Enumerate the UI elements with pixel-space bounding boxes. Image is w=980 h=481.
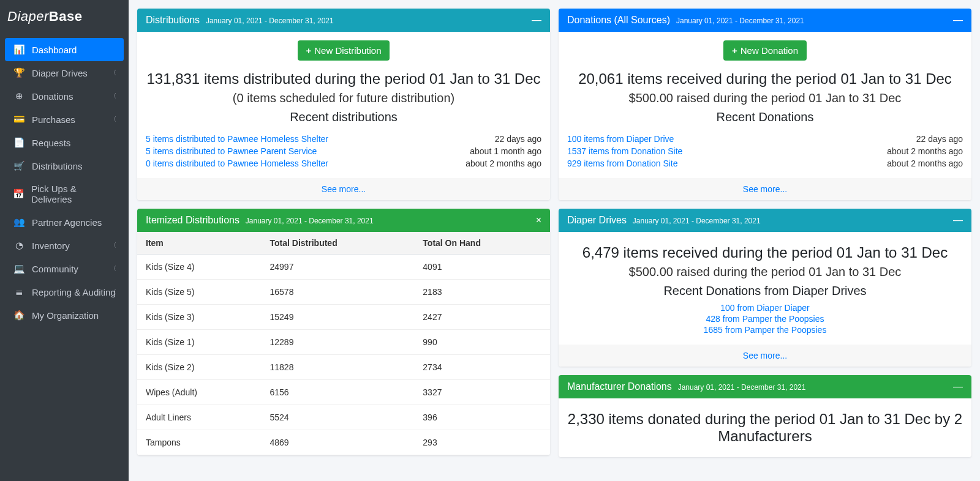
- table-row: Wipes (Adult)61563327: [137, 380, 550, 405]
- donations-recent-title: Recent Donations: [567, 110, 963, 124]
- distributions-recent-title: Recent distributions: [146, 110, 541, 124]
- nav-menu: 📊 Dashboard 🏆 Diaper Drives 〈 ⊕ Donation…: [0, 33, 129, 332]
- sidebar-item-requests[interactable]: 📄 Requests: [5, 131, 124, 154]
- chevron-left-icon: 〈: [110, 92, 116, 100]
- new-distribution-button[interactable]: + New Distribution: [298, 40, 390, 61]
- table-header: Item: [137, 232, 262, 255]
- recent-time: about 2 months ago: [887, 158, 963, 168]
- collapse-icon[interactable]: —: [532, 15, 541, 26]
- sidebar-item-purchases[interactable]: 💳 Purchases 〈: [5, 108, 124, 131]
- sidebar: DiaperBase 📊 Dashboard 🏆 Diaper Drives 〈…: [0, 0, 129, 481]
- sidebar-item-label: Diaper Drives: [32, 68, 88, 78]
- drive-donation-link[interactable]: 1685 from Pamper the Poopsies: [567, 325, 963, 335]
- sidebar-item-donations[interactable]: ⊕ Donations 〈: [5, 84, 124, 108]
- donations-see-more[interactable]: See more...: [743, 184, 787, 194]
- sidebar-item-pick-ups-deliveries[interactable]: 📅 Pick Ups & Deliveries: [5, 177, 124, 211]
- brand-logo: DiaperBase: [0, 0, 129, 33]
- recent-time: about 2 months ago: [887, 146, 963, 156]
- donations-header: Donations (All Sources) January 01, 2021…: [559, 9, 971, 32]
- sidebar-item-label: My Organization: [32, 310, 99, 321]
- table-row: Kids (Size 5)165782183: [137, 280, 550, 305]
- recent-link[interactable]: 100 items from Diaper Drive: [567, 134, 674, 144]
- itemized-card: Itemized Distributions January 01, 2021 …: [137, 209, 550, 455]
- sidebar-item-reporting-auditing[interactable]: ≣ Reporting & Auditing 〈: [5, 280, 124, 304]
- sidebar-item-community[interactable]: 💻 Community 〈: [5, 257, 124, 280]
- itemized-daterange: January 01, 2021 - December 31, 2021: [246, 217, 374, 225]
- table-row: Kids (Size 4)249974091: [137, 255, 550, 280]
- sidebar-item-label: Dashboard: [32, 45, 77, 55]
- distributions-headline: 131,831 items distributed during the per…: [146, 70, 541, 88]
- distributions-see-more[interactable]: See more...: [322, 184, 366, 194]
- distributions-sub: (0 items scheduled for future distributi…: [146, 91, 541, 105]
- pick-ups-deliveries-icon: 📅: [12, 188, 25, 199]
- sidebar-item-label: Purchases: [32, 114, 75, 125]
- manufacturer-header: Manufacturer Donations January 01, 2021 …: [559, 375, 971, 398]
- purchases-icon: 💳: [12, 114, 26, 125]
- new-donation-button[interactable]: + New Donation: [723, 40, 807, 61]
- recent-time: 22 days ago: [495, 134, 541, 144]
- table-header: Total On Hand: [414, 232, 550, 255]
- recent-link[interactable]: 0 items distributed to Pawnee Homeless S…: [146, 158, 328, 168]
- itemized-header: Itemized Distributions January 01, 2021 …: [137, 209, 550, 232]
- my-organization-icon: 🏠: [12, 310, 26, 321]
- distributions-daterange: January 01, 2021 - December 31, 2021: [206, 17, 334, 25]
- recent-link[interactable]: 5 items distributed to Pawnee Parent Ser…: [146, 146, 317, 156]
- manufacturer-card: Manufacturer Donations January 01, 2021 …: [559, 375, 971, 457]
- recent-time: about 1 month ago: [470, 146, 541, 156]
- recent-link[interactable]: 5 items distributed to Pawnee Homeless S…: [146, 134, 328, 144]
- community-icon: 💻: [12, 263, 26, 274]
- dashboard-icon: 📊: [12, 44, 26, 55]
- chevron-left-icon: 〈: [110, 288, 116, 296]
- chevron-left-icon: 〈: [110, 69, 116, 77]
- sidebar-item-label: Requests: [32, 138, 70, 148]
- distributions-icon: 🛒: [12, 160, 26, 171]
- recent-time: about 2 months ago: [466, 158, 541, 168]
- sidebar-item-label: Reporting & Auditing: [32, 287, 116, 297]
- recent-link[interactable]: 1537 items from Donation Site: [567, 146, 682, 156]
- drives-sub: $500.00 raised during the period 01 Jan …: [567, 265, 963, 279]
- close-icon[interactable]: ×: [536, 215, 541, 226]
- table-row: Kids (Size 3)152492427: [137, 305, 550, 330]
- donations-sub: $500.00 raised during the period 01 Jan …: [567, 91, 963, 105]
- chevron-left-icon: 〈: [110, 115, 116, 124]
- recent-time: 22 days ago: [916, 134, 963, 144]
- requests-icon: 📄: [12, 137, 26, 148]
- sidebar-item-inventory[interactable]: ◔ Inventory 〈: [5, 234, 124, 257]
- itemized-title: Itemized Distributions: [146, 215, 239, 225]
- drives-daterange: January 01, 2021 - December 31, 2021: [633, 217, 761, 225]
- drives-card: Diaper Drives January 01, 2021 - Decembe…: [559, 209, 971, 367]
- itemized-table: ItemTotal DistributedTotal On Hand Kids …: [137, 232, 550, 455]
- collapse-icon[interactable]: —: [953, 15, 963, 26]
- distributions-card: Distributions January 01, 2021 - Decembe…: [137, 9, 550, 200]
- manufacturer-headline: 2,330 items donated during the period 01…: [567, 411, 963, 445]
- sidebar-item-partner-agencies[interactable]: 👥 Partner Agencies: [5, 211, 124, 234]
- collapse-icon[interactable]: —: [953, 381, 963, 392]
- drive-donation-link[interactable]: 428 from Pamper the Poopsies: [567, 314, 963, 324]
- recent-link[interactable]: 929 items from Donation Site: [567, 158, 678, 168]
- manufacturer-daterange: January 01, 2021 - December 31, 2021: [678, 383, 806, 392]
- sidebar-item-label: Partner Agencies: [32, 217, 102, 228]
- drives-title: Diaper Drives: [567, 215, 627, 225]
- distributions-title: Distributions: [146, 15, 200, 25]
- plus-icon: +: [306, 45, 312, 56]
- collapse-icon[interactable]: —: [953, 215, 963, 226]
- sidebar-item-diaper-drives[interactable]: 🏆 Diaper Drives 〈: [5, 61, 124, 84]
- sidebar-item-my-organization[interactable]: 🏠 My Organization: [5, 304, 124, 327]
- donations-title: Donations (All Sources): [567, 15, 670, 25]
- sidebar-item-distributions[interactable]: 🛒 Distributions: [5, 154, 124, 177]
- sidebar-item-label: Distributions: [32, 161, 83, 171]
- donations-daterange: January 01, 2021 - December 31, 2021: [676, 17, 804, 25]
- chevron-left-icon: 〈: [110, 241, 116, 250]
- donations-card: Donations (All Sources) January 01, 2021…: [559, 9, 971, 200]
- table-header: Total Distributed: [262, 232, 415, 255]
- table-row: Kids (Size 2)118282734: [137, 355, 550, 380]
- table-row: Kids (Size 1)12289990: [137, 330, 550, 355]
- distributions-header: Distributions January 01, 2021 - Decembe…: [137, 9, 550, 32]
- sidebar-item-label: Pick Ups & Deliveries: [31, 184, 116, 204]
- inventory-icon: ◔: [12, 240, 26, 251]
- drive-donation-link[interactable]: 100 from Diaper Diaper: [567, 303, 963, 313]
- drives-see-more[interactable]: See more...: [743, 351, 787, 360]
- sidebar-item-dashboard[interactable]: 📊 Dashboard: [5, 38, 124, 61]
- chevron-left-icon: 〈: [110, 264, 116, 273]
- manufacturer-title: Manufacturer Donations: [567, 381, 672, 392]
